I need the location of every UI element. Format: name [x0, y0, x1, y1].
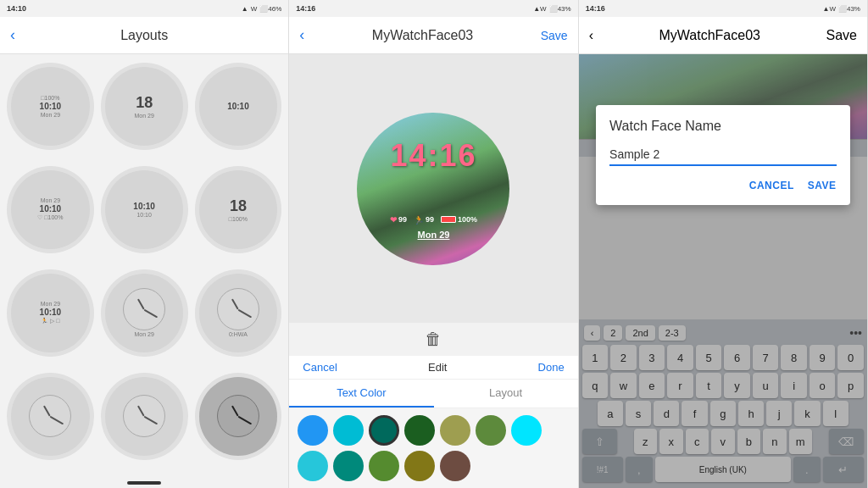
- color-option-4[interactable]: [404, 415, 435, 446]
- dialog-panel: 14:16 ▲W ⬜43% ‹ MyWatchFace03 Save ❤ 99 …: [579, 0, 868, 488]
- battery-icon-2: ⬜43%: [549, 5, 571, 13]
- clock-face-10: [11, 377, 89, 455]
- dialog-page-title: MyWatchFace03: [659, 28, 760, 43]
- status-time-3: 14:16: [586, 4, 605, 13]
- layouts-grid: □100% 10:10 Mon 29 18 Mon 29 10:10 Mon 2…: [0, 54, 288, 478]
- layout-item-8[interactable]: Mon 29: [101, 269, 188, 357]
- layout-item-10[interactable]: [7, 373, 94, 460]
- minute-hand-9: [238, 309, 253, 318]
- status-time-1: 14:10: [7, 4, 26, 13]
- watch-face-name-dialog: Watch Face Name CANCEL SAVE: [596, 105, 849, 205]
- battery-stat: 100%: [441, 215, 477, 224]
- heart-value: 99: [398, 215, 407, 224]
- watch-colon: :: [427, 138, 439, 173]
- watch-minute: 16: [439, 138, 476, 173]
- save-button-2[interactable]: Save: [541, 29, 568, 42]
- back-button-2[interactable]: ‹: [299, 26, 304, 44]
- clock-face-12: [199, 377, 277, 455]
- watch-date: Mon 29: [357, 230, 509, 240]
- tab-text-color[interactable]: Text Color: [289, 380, 433, 408]
- layout-item-7[interactable]: Mon 29 10:10 🏃 ▷ □: [7, 269, 94, 357]
- analog-display-10: [29, 395, 71, 437]
- analog-display-11: [123, 395, 165, 437]
- color-option-12[interactable]: [440, 451, 470, 481]
- bottom-indicator-1: [127, 481, 161, 485]
- signal-icon: W: [251, 5, 258, 13]
- dialog-title: Watch Face Name: [609, 119, 836, 134]
- clock-face-9: 0:HWA: [199, 274, 277, 352]
- hour-hand-12: [231, 405, 239, 416]
- color-option-11[interactable]: [404, 451, 435, 481]
- watch-face-name-input[interactable]: [609, 144, 836, 166]
- color-option-3[interactable]: [369, 415, 399, 446]
- cancel-button-2[interactable]: Cancel: [303, 361, 337, 374]
- battery-icon-3: ⬜43%: [838, 5, 860, 13]
- edit-header: ‹ MyWatchFace03 Save: [289, 17, 577, 54]
- analog-display-9: [217, 288, 259, 330]
- battery-bar: [441, 216, 456, 223]
- color-option-1[interactable]: [298, 415, 328, 446]
- edit-title: MyWatchFace03: [372, 28, 473, 43]
- layout-item-12[interactable]: [195, 373, 282, 460]
- edit-label: Edit: [428, 361, 447, 374]
- trash-icon[interactable]: 🗑: [425, 330, 442, 348]
- wifi-icon-2: ▲W: [533, 5, 546, 13]
- minute-hand-11: [144, 416, 159, 424]
- edit-panel: 14:16 ▲W ⬜43% ‹ MyWatchFace03 Save 14:16…: [289, 0, 578, 488]
- tab-layout[interactable]: Layout: [434, 380, 578, 408]
- wifi-icon-3: ▲W: [823, 5, 836, 13]
- watch-time-display: 14:16: [357, 138, 509, 174]
- color-option-8[interactable]: [298, 451, 328, 481]
- dialog-save-button[interactable]: SAVE: [808, 180, 837, 191]
- hour-hand-9: [231, 298, 239, 309]
- heart-stat: ❤ 99: [390, 215, 407, 225]
- status-bar-2: 14:16 ▲W ⬜43%: [289, 0, 577, 17]
- analog-display-12: [217, 395, 259, 437]
- color-option-9[interactable]: [333, 451, 364, 481]
- watch-circle: 14:16 ❤ 99 🏃 99 100% Mon 29: [357, 113, 509, 265]
- layouts-panel: 14:10 ▲ W ⬜46% ‹ Layouts □100% 10:10 Mon…: [0, 0, 289, 488]
- clock-face-6: 18 □100%: [199, 170, 277, 248]
- run-icon: 🏃: [414, 215, 424, 225]
- layout-item-5[interactable]: 10:10 10:10: [101, 166, 188, 253]
- layouts-header: ‹ Layouts: [0, 17, 288, 54]
- panel3-content: ❤ 99 🏃 99 🔋 100% Mon 29 Watch Face Name …: [579, 54, 867, 488]
- status-time-2: 14:16: [296, 4, 315, 13]
- layout-item-3[interactable]: 10:10: [195, 63, 282, 150]
- layout-item-11[interactable]: [101, 373, 188, 460]
- back-button-1[interactable]: ‹: [10, 26, 15, 44]
- status-icons-2: ▲W ⬜43%: [533, 5, 570, 13]
- run-stat: 🏃 99: [414, 215, 434, 225]
- color-option-5[interactable]: [440, 415, 470, 446]
- clock-face-7: Mon 29 10:10 🏃 ▷ □: [11, 274, 89, 352]
- clock-face-4: Mon 29 10:10 ♡ □100%: [11, 170, 89, 248]
- dialog-cancel-button[interactable]: CANCEL: [749, 180, 794, 191]
- watch-hour: 14: [390, 138, 427, 173]
- color-option-10[interactable]: [369, 451, 399, 481]
- clock-face-2: 18 Mon 29: [105, 67, 184, 146]
- back-button-3[interactable]: ‹: [589, 28, 593, 43]
- minute-hand-8: [144, 309, 159, 318]
- status-bar-1: 14:10 ▲ W ⬜46%: [0, 0, 288, 17]
- layout-item-9[interactable]: 0:HWA: [195, 269, 282, 357]
- layout-item-2[interactable]: 18 Mon 29: [101, 63, 188, 150]
- status-icons-1: ▲ W ⬜46%: [242, 5, 282, 13]
- color-option-2[interactable]: [333, 415, 364, 446]
- edit-tabs: Text Color Layout: [289, 379, 577, 408]
- done-button[interactable]: Done: [538, 361, 565, 374]
- color-option-7[interactable]: [511, 415, 542, 446]
- layout-item-1[interactable]: □100% 10:10 Mon 29: [7, 63, 94, 150]
- layout-item-4[interactable]: Mon 29 10:10 ♡ □100%: [7, 166, 94, 253]
- clock-face-11: [105, 377, 184, 456]
- watch-preview-area: 14:16 ❤ 99 🏃 99 100% Mon 29: [289, 54, 577, 323]
- clock-face-1: □100% 10:10 Mon 29: [11, 67, 89, 145]
- clock-face-8: Mon 29: [105, 274, 184, 352]
- layout-item-6[interactable]: 18 □100%: [195, 166, 282, 253]
- battery-icon: ⬜46%: [259, 5, 281, 13]
- wifi-icon: ▲: [242, 5, 248, 13]
- watch-stats: ❤ 99 🏃 99 100%: [357, 215, 509, 225]
- save-button-3[interactable]: Save: [826, 28, 857, 43]
- color-option-6[interactable]: [476, 415, 506, 446]
- clock-face-3: 10:10: [199, 67, 277, 145]
- minute-hand-12: [238, 416, 253, 424]
